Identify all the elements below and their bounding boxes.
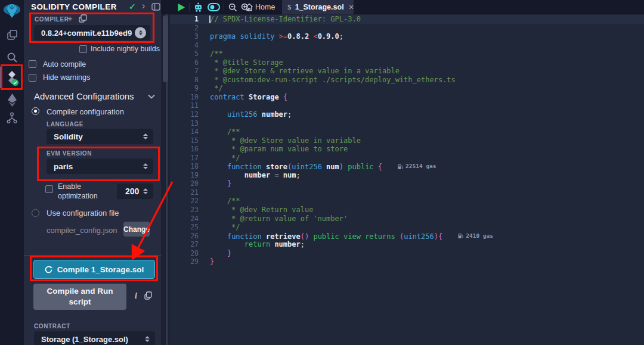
line-number: 29 [170, 257, 199, 266]
contract-stepper-icon [145, 336, 150, 342]
code-line: 5/** [170, 49, 644, 58]
compile-and-run-button[interactable]: Compile and Run script [33, 284, 126, 310]
line-number: 26 [170, 232, 199, 241]
code-line: 20 } [170, 179, 644, 188]
use-config-file-radio[interactable] [32, 209, 39, 217]
code-line: 7 * @dev Store & retrieve value in a var… [170, 67, 644, 76]
chevron-right-icon[interactable]: › [142, 1, 145, 11]
info-icon[interactable]: i [135, 291, 137, 301]
line-number: 9 [170, 84, 199, 93]
line-number: 7 [170, 67, 199, 76]
contract-select[interactable]: Storage (1_Storage.sol) [34, 331, 155, 345]
line-number: 6 [170, 58, 199, 67]
evm-stepper-icon [143, 163, 148, 169]
line-number: 16 [170, 145, 199, 154]
line-number: 22 [170, 197, 199, 206]
gas-estimate-badge: 22514 gas [398, 162, 436, 171]
enable-optimization-label: Enable optimization [58, 182, 106, 201]
ai-assistant-icon[interactable] [191, 0, 205, 14]
solidity-compiler-panel: SOLIDITY COMPILER ✓ › COMPILER + 0.8.24+… [24, 0, 161, 345]
code-line: 25 */ [170, 223, 644, 232]
code-line: 29} [170, 257, 644, 266]
panel-divider [24, 255, 161, 256]
line-number: 15 [170, 136, 199, 145]
run-script-icon[interactable] [176, 0, 187, 14]
code-line: 2 [170, 24, 644, 33]
code-line: 18 function store(uint256 num) public {2… [170, 162, 644, 171]
refresh-icon [45, 266, 52, 273]
code-line: 8 * @custom:dev-run-script ./scripts/dep… [170, 76, 644, 85]
editor-topbar: Home S 1_Storage.sol ✕ [161, 0, 644, 14]
enable-optimization-checkbox[interactable] [45, 185, 53, 193]
advanced-config-heading[interactable]: Advanced Configurations [34, 91, 134, 101]
panel-resize-handle[interactable] [161, 0, 170, 345]
code-line: 14 /** [170, 128, 644, 136]
line-number: 1 [170, 15, 199, 24]
chevron-down-icon[interactable] [148, 94, 155, 99]
search-icon[interactable] [0, 50, 24, 64]
hide-warnings-checkbox[interactable] [29, 74, 36, 82]
line-number: 27 [170, 240, 199, 249]
panel-scrollbar-thumb[interactable] [163, 15, 168, 82]
evm-version-value: paris [47, 162, 73, 171]
plugin-manager-icon[interactable] [0, 111, 24, 125]
active-plugin-indicator [0, 67, 2, 88]
toolbar-separator [189, 3, 190, 11]
evm-version-label: EVM VERSION [47, 150, 92, 157]
optimization-runs-value: 200 [117, 187, 139, 196]
home-icon[interactable] [244, 0, 254, 14]
contract-value: Storage (1_Storage.sol) [34, 335, 128, 344]
code-line: 12 uint256 number; [170, 110, 644, 119]
code-line: 21 [170, 188, 644, 197]
runs-stepper-icon[interactable] [143, 188, 148, 194]
tab-1-storage-sol[interactable]: S 1_Storage.sol ✕ [282, 0, 354, 14]
line-number: 8 [170, 76, 199, 85]
compiler-version-select[interactable]: 0.8.24+commit.e11b9ed9 [34, 25, 150, 41]
add-compiler-icon[interactable]: + [67, 13, 73, 23]
evm-version-select[interactable]: paris [47, 158, 153, 174]
tab-close-icon[interactable]: ✕ [349, 4, 354, 11]
deploy-and-run-icon[interactable] [0, 93, 24, 107]
editor-area: Home S 1_Storage.sol ✕ 1// SPDX-License-… [170, 0, 644, 345]
language-select[interactable]: Solidity [47, 129, 153, 144]
line-number: 24 [170, 215, 199, 223]
compiler-section-label: COMPILER [35, 16, 69, 23]
pin-panel-icon[interactable] [151, 3, 160, 11]
tab-title: 1_Storage.sol [295, 3, 344, 11]
auto-compile-checkbox[interactable] [29, 60, 36, 68]
copy-icon[interactable] [144, 291, 152, 300]
home-tab-label[interactable]: Home [255, 0, 275, 14]
line-number: 18 [170, 162, 199, 171]
optimization-runs-input[interactable]: 200 [117, 184, 153, 199]
language-stepper-icon [143, 133, 148, 139]
load-compiler-icon[interactable] [79, 14, 87, 23]
code-line: 13 [170, 119, 644, 128]
compile-button[interactable]: Compile 1_Storage.sol [33, 260, 155, 279]
remix-ide-window: SOLIDITY COMPILER ✓ › COMPILER + 0.8.24+… [0, 0, 644, 345]
panel-title: SOLIDITY COMPILER [31, 2, 117, 11]
solidity-compiler-icon[interactable] [0, 70, 24, 86]
code-line: 3pragma solidity >=0.8.2 <0.9.0; [170, 32, 644, 41]
code-line: 28 } [170, 249, 644, 258]
line-number: 13 [170, 119, 199, 128]
code-line: 23 * @dev Return value [170, 206, 644, 215]
line-number: 3 [170, 32, 199, 41]
compiler-config-label: Compiler configuration [47, 107, 124, 116]
text-cursor [209, 15, 210, 23]
code-line: 15 * @dev Store value in variable [170, 136, 644, 145]
ai-toggle-icon[interactable] [206, 0, 221, 14]
compiler-version-value: 0.8.24+commit.e11b9ed9 [34, 29, 132, 38]
zoom-out-icon[interactable] [227, 0, 239, 14]
change-config-button[interactable]: Change [123, 222, 150, 237]
code-line: 24 * @return value of 'number' [170, 215, 644, 223]
compiler-config-radio[interactable] [32, 107, 39, 115]
config-file-name: compiler_config.json [47, 226, 117, 235]
line-number: 5 [170, 49, 199, 58]
code-editor[interactable]: 1// SPDX-License-Identifier: GPL-3.023pr… [170, 15, 644, 345]
nightly-builds-checkbox[interactable] [79, 45, 87, 53]
file-explorer-icon[interactable] [0, 27, 24, 42]
version-stepper-icon[interactable] [135, 27, 146, 39]
line-number: 25 [170, 223, 199, 232]
line-number: 4 [170, 41, 199, 50]
remix-logo-icon[interactable] [0, 1, 24, 20]
